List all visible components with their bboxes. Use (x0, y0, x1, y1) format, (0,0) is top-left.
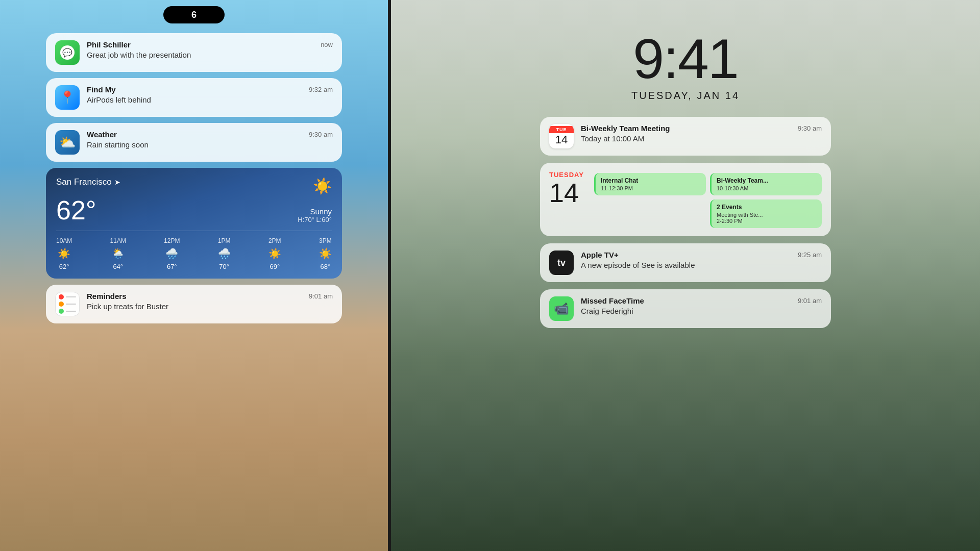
findmy-app-name: Find My (87, 85, 116, 94)
calendar-event-2events[interactable]: 2 Events Meeting with Ste... 2-2:30 PM (710, 199, 822, 228)
notification-reminders[interactable]: Reminders 9:01 am Pick up treats for Bus… (46, 285, 342, 323)
weather-widget[interactable]: San Francisco ➤ ☀️ 62° Sunny H:70° L:60°… (46, 168, 342, 279)
calendar-icon-day: 14 (555, 133, 568, 146)
calendar-event-internal-chat[interactable]: Internal Chat 11-12:30 PM (594, 173, 706, 195)
weather-hourly: 10AM ☀️ 62° 11AM 🌦️ 64° 12PM 🌧️ 67° 1PM … (56, 231, 332, 270)
calendar-icon: TUE 14 (549, 124, 574, 148)
notification-calendar[interactable]: TUE 14 Bi-Weekly Team Meeting 9:30 am To… (540, 117, 831, 156)
weather-hour-icon-10am: ☀️ (58, 247, 70, 260)
appletv-icon: tv (549, 251, 574, 275)
appletv-logo-text: tv (557, 258, 566, 268)
weather-hi-lo: H:70° L:60° (298, 216, 332, 223)
calendar-event-internal-chat-time: 11-12:30 PM (601, 185, 701, 191)
facetime-time: 9:01 am (798, 297, 822, 305)
weather-hour-10am: 10AM ☀️ 62° (56, 237, 72, 270)
weather-widget-header: San Francisco ➤ ☀️ (56, 177, 332, 195)
weather-app-name: Weather (87, 130, 117, 139)
findmy-icon: 📍 (55, 85, 80, 110)
weather-notif-icon: ⛅ (55, 130, 80, 155)
phone-left: 6 💬 Phil Schiller now Great job with the… (0, 0, 388, 551)
notifications-container: 💬 Phil Schiller now Great job with the p… (46, 33, 342, 323)
lock-screen-content: 9:41 TUESDAY, JAN 14 TUE 14 Bi-Weekly Te… (391, 0, 980, 551)
weather-city: San Francisco ➤ (56, 177, 120, 187)
lock-time: 9:41 (633, 31, 738, 87)
messages-content: Phil Schiller now Great job with the pre… (87, 40, 333, 59)
weather-notif-header: Weather 9:30 am (87, 130, 333, 139)
facetime-body: Craig Federighi (581, 307, 822, 315)
calendar-event-internal-chat-title: Internal Chat (601, 177, 701, 184)
weather-hour-icon-3pm: ☀️ (319, 247, 332, 260)
weather-hour-icon-12pm: 🌧️ (165, 247, 178, 260)
reminders-icon (55, 292, 80, 316)
weather-condition: Sunny H:70° L:60° (298, 207, 332, 223)
appletv-content: Apple TV+ 9:25 am A new episode of See i… (581, 251, 822, 269)
weather-hour-3pm: 3PM ☀️ 68° (319, 237, 332, 270)
notification-facetime[interactable]: 📹 Missed FaceTime 9:01 am Craig Federigh… (540, 289, 831, 328)
calendar-event-name: Bi-Weekly Team Meeting (581, 124, 670, 133)
weather-hour-1pm: 1PM 🌧️ 70° (218, 237, 231, 270)
facetime-camera-icon: 📹 (554, 302, 569, 316)
notification-weather[interactable]: ⛅ Weather 9:30 am Rain starting soon (46, 123, 342, 162)
appletv-app-name: Apple TV+ (581, 251, 619, 259)
calendar-notif-body: Today at 10:00 AM (581, 134, 822, 143)
calendar-event-biweekly[interactable]: Bi-Weekly Team... 10-10:30 AM (710, 173, 822, 195)
weather-temperature: 62° (56, 197, 96, 223)
findmy-time: 9:32 am (309, 86, 333, 93)
calendar-widget-day-number: 14 (549, 180, 584, 206)
messages-header: Phil Schiller now (87, 40, 333, 49)
weather-sun-icon: ☀️ (313, 177, 332, 195)
weather-hour-12pm: 12PM 🌧️ 67° (164, 237, 180, 270)
calendar-event-biweekly-title: Bi-Weekly Team... (717, 177, 817, 184)
calendar-notif-header: Bi-Weekly Team Meeting 9:30 am (581, 124, 822, 133)
facetime-icon: 📹 (549, 296, 574, 321)
weather-hour-icon-2pm: ☀️ (268, 247, 281, 260)
notification-appletv[interactable]: tv Apple TV+ 9:25 am A new episode of Se… (540, 243, 831, 282)
calendar-widget[interactable]: TUESDAY 14 Internal Chat 11-12:30 PM Bi-… (540, 163, 831, 236)
messages-time: now (321, 41, 333, 48)
calendar-notif-time: 9:30 am (798, 124, 822, 132)
notification-messages[interactable]: 💬 Phil Schiller now Great job with the p… (46, 33, 342, 72)
calendar-notif-content: Bi-Weekly Team Meeting 9:30 am Today at … (581, 124, 822, 143)
lock-notifications: TUE 14 Bi-Weekly Team Meeting 9:30 am To… (540, 117, 831, 328)
weather-hour-icon-11am: 🌦️ (112, 247, 125, 260)
appletv-time: 9:25 am (798, 251, 822, 259)
reminders-time: 9:01 am (309, 292, 333, 300)
weather-notif-content: Weather 9:30 am Rain starting soon (87, 130, 333, 149)
facetime-content: Missed FaceTime 9:01 am Craig Federighi (581, 296, 822, 315)
appletv-body: A new episode of See is available (581, 261, 822, 269)
findmy-content: Find My 9:32 am AirPods left behind (87, 85, 333, 104)
weather-hour-icon-1pm: 🌧️ (218, 247, 231, 260)
reminders-body: Pick up treats for Buster (87, 302, 333, 311)
messages-sender: Phil Schiller (87, 40, 131, 49)
weather-condition-text: Sunny (298, 207, 332, 216)
dynamic-island: 6 (163, 6, 225, 23)
calendar-event-biweekly-time: 10-10:30 AM (717, 185, 817, 191)
calendar-event-2events-time: Meeting with Ste... 2-2:30 PM (717, 212, 817, 224)
phone-right: 9:41 TUESDAY, JAN 14 TUE 14 Bi-Weekly Te… (391, 0, 980, 551)
weather-notif-body: Rain starting soon (87, 140, 333, 149)
messages-body: Great job with the presentation (87, 51, 333, 59)
calendar-widget-left: TUESDAY 14 (549, 171, 584, 211)
notification-findmy[interactable]: 📍 Find My 9:32 am AirPods left behind (46, 78, 342, 117)
calendar-widget-events: Internal Chat 11-12:30 PM Bi-Weekly Team… (594, 173, 822, 228)
messages-icon: 💬 (55, 40, 80, 65)
weather-hour-2pm: 2PM ☀️ 69° (268, 237, 281, 270)
weather-hour-11am: 11AM 🌦️ 64° (110, 237, 126, 270)
dynamic-island-number: 6 (191, 10, 197, 20)
appletv-header: Apple TV+ 9:25 am (581, 251, 822, 259)
facetime-app-name: Missed FaceTime (581, 296, 644, 305)
facetime-header: Missed FaceTime 9:01 am (581, 296, 822, 305)
lock-date: TUESDAY, JAN 14 (631, 90, 740, 102)
findmy-header: Find My 9:32 am (87, 85, 333, 94)
calendar-event-2events-title: 2 Events (717, 204, 817, 211)
reminders-app-name: Reminders (87, 292, 127, 300)
reminders-content: Reminders 9:01 am Pick up treats for Bus… (87, 292, 333, 311)
weather-notif-time: 9:30 am (309, 131, 333, 138)
weather-temp-row: 62° Sunny H:70° L:60° (56, 197, 332, 223)
calendar-icon-month: TUE (549, 126, 574, 133)
calendar-widget-day-name: TUESDAY (549, 171, 584, 179)
findmy-body: AirPods left behind (87, 95, 333, 104)
reminders-header: Reminders 9:01 am (87, 292, 333, 300)
